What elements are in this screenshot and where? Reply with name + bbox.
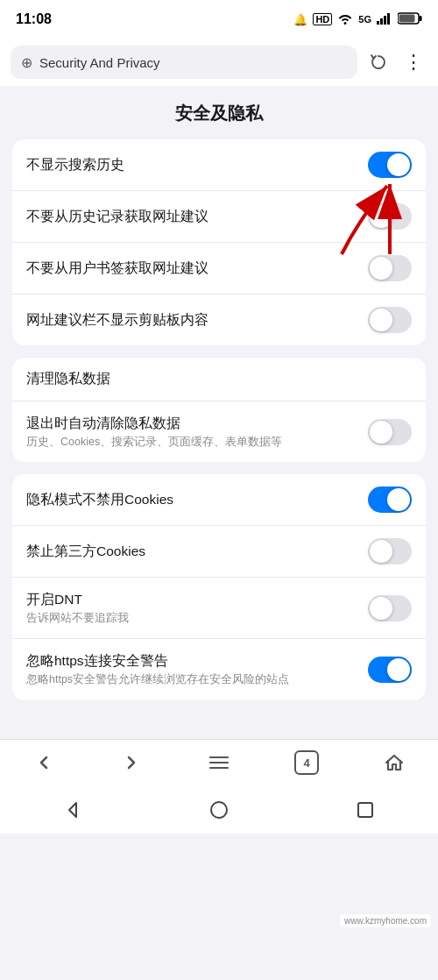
section-cookies: 隐私模式不禁用Cookies 禁止第三方Cookies 开启DNT 告诉网站不要… [12, 474, 426, 699]
row-enable-dnt[interactable]: 开启DNT 告诉网站不要追踪我 [12, 578, 426, 639]
bottom-nav: 4 [0, 739, 438, 786]
svg-rect-14 [358, 803, 372, 817]
toggle-block-third-party[interactable] [368, 538, 412, 565]
sys-recents-button[interactable] [348, 792, 383, 827]
address-bar-url: Security And Privacy [39, 55, 347, 70]
hd-icon: HD [313, 13, 332, 25]
section-search-history: 不显示搜索历史 不要从历史记录获取网址建议 不要从用户书签获取网址建议 网址建议… [12, 139, 426, 345]
row-auto-clear-on-exit[interactable]: 退出时自动清除隐私数据 历史、Cookies、搜索记录、页面缓存、表单数据等 [12, 401, 426, 462]
status-icons: 🔔 HD 5G [293, 12, 422, 27]
toggle-knob [387, 658, 410, 681]
label-no-clipboard-url: 网址建议栏不显示剪贴板内容 [26, 310, 357, 330]
signal-icon [377, 12, 392, 27]
toggle-knob [370, 257, 392, 280]
status-time: 11:08 [16, 11, 52, 27]
home-button[interactable] [375, 743, 413, 782]
toggle-hide-search-history[interactable] [368, 152, 412, 178]
sys-back-button[interactable] [55, 792, 90, 827]
wifi-icon [337, 12, 353, 27]
spacer [0, 713, 438, 730]
forward-button[interactable] [112, 743, 151, 782]
label-auto-clear-on-exit: 退出时自动清除隐私数据 [26, 414, 357, 433]
system-nav [0, 786, 438, 834]
svg-rect-2 [384, 16, 386, 25]
svg-rect-3 [387, 13, 390, 25]
toggle-knob [387, 153, 410, 176]
row-no-url-from-history[interactable]: 不要从历史记录获取网址建议 [12, 191, 426, 243]
row-clear-privacy-header: 清理隐私数据 [12, 358, 426, 401]
tabs-button[interactable]: 4 [287, 743, 326, 782]
section-clear-privacy: 清理隐私数据 退出时自动清除隐私数据 历史、Cookies、搜索记录、页面缓存、… [12, 358, 426, 462]
label-incognito-cookies: 隐私模式不禁用Cookies [26, 490, 357, 509]
toggle-knob [370, 309, 392, 331]
svg-rect-0 [377, 21, 379, 25]
alarm-icon: 🔔 [293, 13, 307, 26]
label-clear-privacy-header: 清理隐私数据 [26, 370, 412, 388]
toggle-no-clipboard-url[interactable] [368, 307, 412, 333]
svg-rect-5 [420, 16, 422, 21]
status-bar: 11:08 🔔 HD 5G [0, 0, 438, 39]
page-title: 安全及隐私 [175, 103, 263, 123]
row-ignore-https-warning[interactable]: 忽略https连接安全警告 忽略https安全警告允许继续浏览存在安全风险的站点 [12, 639, 426, 699]
toggle-knob [370, 597, 392, 620]
toggle-no-url-from-bookmarks[interactable] [368, 255, 412, 281]
sys-home-button[interactable] [201, 792, 237, 827]
toggle-ignore-https-warning[interactable] [368, 657, 412, 683]
svg-point-13 [211, 802, 227, 818]
toggle-knob [370, 421, 392, 444]
label-block-third-party: 禁止第三方Cookies [26, 542, 357, 561]
back-button[interactable] [25, 743, 63, 782]
address-bar-wrapper: ⊕ Security And Privacy ⋮ [0, 39, 438, 86]
row-block-third-party[interactable]: 禁止第三方Cookies [12, 526, 426, 578]
sub-ignore-https-warning: 忽略https安全警告允许继续浏览存在安全风险的站点 [26, 672, 357, 688]
svg-rect-6 [399, 14, 415, 22]
battery-icon [398, 12, 422, 27]
svg-rect-1 [380, 18, 383, 25]
toggle-auto-clear-on-exit[interactable] [368, 419, 412, 445]
label-no-url-from-bookmarks: 不要从用户书签获取网址建议 [26, 259, 357, 278]
row-incognito-cookies[interactable]: 隐私模式不禁用Cookies [12, 474, 426, 526]
refresh-button[interactable] [364, 48, 392, 76]
label-hide-search-history: 不显示搜索历史 [26, 155, 357, 174]
toggle-knob [387, 488, 410, 511]
tab-count: 4 [294, 750, 319, 775]
5g-icon: 5G [358, 14, 371, 25]
sub-enable-dnt: 告诉网站不要追踪我 [26, 611, 357, 627]
globe-icon: ⊕ [21, 54, 32, 71]
label-no-url-from-history: 不要从历史记录获取网址建议 [26, 207, 357, 226]
more-button[interactable]: ⋮ [399, 48, 427, 76]
toggle-enable-dnt[interactable] [368, 595, 412, 621]
toggle-knob [370, 205, 392, 228]
svg-marker-12 [69, 803, 76, 817]
row-no-clipboard-url[interactable]: 网址建议栏不显示剪贴板内容 [12, 295, 426, 345]
label-enable-dnt: 开启DNT [26, 590, 357, 609]
row-no-url-from-bookmarks[interactable]: 不要从用户书签获取网址建议 [12, 243, 426, 295]
toggle-no-url-from-history[interactable] [368, 203, 412, 230]
sub-auto-clear-on-exit: 历史、Cookies、搜索记录、页面缓存、表单数据等 [26, 435, 357, 451]
address-bar[interactable]: ⊕ Security And Privacy [11, 46, 357, 79]
row-hide-search-history[interactable]: 不显示搜索历史 [12, 139, 426, 191]
page-title-bar: 安全及隐私 [0, 86, 438, 134]
label-ignore-https-warning: 忽略https连接安全警告 [26, 651, 357, 671]
watermark: www.kzmyhome.com [340, 914, 431, 927]
toggle-knob [370, 540, 392, 563]
menu-button[interactable] [200, 743, 238, 782]
toggle-incognito-cookies[interactable] [368, 486, 412, 513]
